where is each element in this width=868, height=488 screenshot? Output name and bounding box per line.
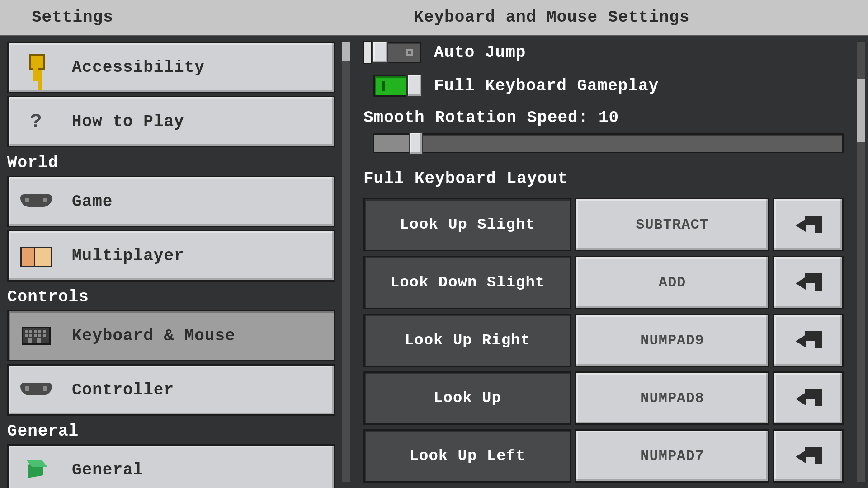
binding-reset-button[interactable] [773, 198, 844, 251]
binding-reset-button[interactable] [773, 256, 844, 309]
main-panel: Auto Jump Full Keyboard Gameplay Smooth … [353, 36, 868, 488]
key-icon [20, 52, 52, 83]
controller-icon [20, 186, 52, 217]
toggle-full-keyboard[interactable] [373, 75, 421, 97]
settings-sidebar: Accessibility ? How to Play World Game M… [0, 36, 353, 488]
binding-row: Look Up Slight SUBTRACT [363, 198, 844, 251]
section-header-controls: Controls [7, 284, 353, 310]
toggle-on-mark [382, 81, 385, 91]
binding-action-label: Look Up Slight [363, 198, 571, 251]
binding-key-button[interactable]: NUMPAD9 [575, 314, 769, 367]
sidebar-item-label: General [72, 461, 143, 479]
content-area: Accessibility ? How to Play World Game M… [0, 36, 868, 488]
toggle-label: Auto Jump [434, 43, 526, 62]
slider-thumb[interactable] [409, 131, 423, 155]
sidebar-item-game[interactable]: Game [7, 176, 335, 227]
sidebar-item-label: Accessibility [72, 58, 205, 77]
toggle-label: Full Keyboard Gameplay [434, 77, 659, 95]
sidebar-item-label: Game [72, 192, 113, 211]
binding-row: Look Up NUMPAD8 [363, 371, 844, 425]
binding-action-label: Look Up [363, 371, 571, 425]
header-title-left: Settings [32, 8, 113, 27]
sidebar-item-label: Controller [72, 381, 174, 399]
sidebar-item-how-to-play[interactable]: ? How to Play [7, 96, 335, 147]
main-scrollbar[interactable] [857, 42, 865, 482]
sidebar-item-keyboard-mouse[interactable]: Keyboard & Mouse [7, 310, 335, 361]
sidebar-item-label: Keyboard & Mouse [72, 327, 236, 345]
sidebar-scrollbar[interactable] [342, 42, 350, 482]
binding-row: Look Up Left NUMPAD7 [363, 429, 844, 483]
header-bar: Settings Keyboard and Mouse Settings [0, 0, 868, 36]
keyboard-icon [20, 320, 52, 352]
sidebar-item-general[interactable]: General [7, 444, 335, 488]
binding-reset-button[interactable] [773, 371, 844, 425]
sidebar-item-multiplayer[interactable]: Multiplayer [7, 230, 335, 282]
header-title-right: Keyboard and Mouse Settings [260, 8, 689, 27]
binding-key-button[interactable]: ADD [575, 256, 769, 309]
section-label-layout: Full Keyboard Layout [363, 169, 861, 188]
sidebar-item-controller[interactable]: Controller [7, 364, 335, 416]
toggle-off-mark [406, 49, 413, 56]
question-icon: ? [20, 106, 52, 137]
binding-row: Look Up Right NUMPAD9 [363, 314, 844, 367]
main-scrollbar-thumb[interactable] [857, 79, 865, 142]
sidebar-item-label: How to Play [72, 113, 184, 131]
focus-indicator [363, 41, 373, 64]
section-header-world: World [7, 150, 353, 176]
sidebar-item-accessibility[interactable]: Accessibility [7, 42, 335, 93]
toggle-row-auto-jump: Auto Jump [363, 42, 861, 63]
sidebar-item-label: Multiplayer [72, 247, 184, 265]
slider-label-rotation: Smooth Rotation Speed: 10 [363, 108, 861, 127]
binding-action-label: Look Up Left [363, 429, 571, 483]
controller-icon [20, 374, 52, 406]
toggle-auto-jump[interactable] [373, 42, 421, 63]
faces-icon [20, 240, 52, 272]
toggle-knob[interactable] [372, 40, 388, 64]
binding-key-button[interactable]: NUMPAD7 [575, 429, 769, 483]
binding-reset-button[interactable] [773, 429, 844, 483]
binding-row: Look Down Slight ADD [363, 256, 844, 309]
toggle-row-full-keyboard: Full Keyboard Gameplay [373, 75, 861, 97]
binding-key-button[interactable]: SUBTRACT [575, 198, 769, 251]
binding-key-button[interactable]: NUMPAD8 [575, 371, 769, 425]
binding-action-label: Look Down Slight [363, 256, 571, 309]
toggle-knob[interactable] [406, 74, 423, 97]
sidebar-scrollbar-thumb[interactable] [342, 42, 350, 61]
binding-reset-button[interactable] [773, 314, 844, 367]
slider-rotation-speed[interactable] [373, 133, 844, 153]
binding-action-label: Look Up Right [363, 314, 571, 367]
cube-icon [20, 454, 52, 486]
section-header-general: General [7, 418, 353, 444]
